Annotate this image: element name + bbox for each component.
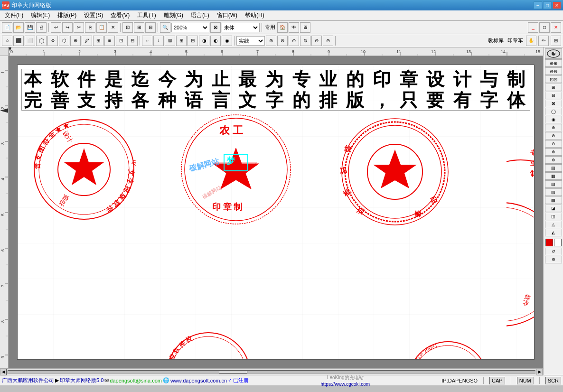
rp-btn15[interactable]: ▦ bbox=[545, 172, 562, 180]
menu-layout[interactable]: 排版(P) bbox=[54, 10, 80, 20]
tb2-btn10[interactable]: ≡ bbox=[104, 36, 115, 46]
tb2-btn18[interactable]: ◑ bbox=[199, 36, 209, 46]
save-button[interactable]: 💾 bbox=[25, 22, 35, 33]
zoom-select[interactable]: 200% 100% 150% 50% bbox=[171, 23, 209, 32]
line-style-select[interactable]: 实线 虚线 点线 bbox=[236, 36, 265, 46]
tb2-btn14[interactable]: ↕ bbox=[153, 36, 164, 46]
menu-view[interactable]: 查看(V) bbox=[107, 10, 133, 20]
tb2-btn13[interactable]: ↔ bbox=[142, 36, 152, 46]
rp-btn19[interactable]: ◪ bbox=[545, 205, 562, 212]
rp-settings[interactable]: ⚙ bbox=[545, 256, 562, 263]
rp-btn10[interactable]: ⊘ bbox=[545, 132, 562, 140]
house-btn[interactable]: 🏠 bbox=[277, 22, 288, 33]
tb2-btn2[interactable]: ⬛ bbox=[13, 36, 24, 46]
scroll-left-button[interactable]: ◀ bbox=[0, 369, 7, 375]
rp-btn16[interactable]: ▧ bbox=[545, 180, 562, 188]
canvas-area[interactable]: 本 软 件 是 迄 今 为 止 最 为 专 业 的 印 章 设 计 与 制 作 … bbox=[9, 56, 543, 368]
tb2-more3[interactable]: ⊙ bbox=[289, 36, 299, 46]
rp-btn20[interactable]: ◫ bbox=[545, 213, 562, 220]
rp-refresh[interactable]: ↺ bbox=[545, 248, 562, 255]
hand-btn[interactable]: ✋ bbox=[526, 36, 536, 46]
select-button[interactable]: ⊡ bbox=[122, 22, 133, 33]
rp-btn12[interactable]: ⊚ bbox=[545, 148, 562, 156]
rp-zoom-out[interactable]: ⊖⊖ bbox=[545, 67, 562, 75]
rp-btn7[interactable]: ◯ bbox=[545, 108, 562, 115]
zoom-btn[interactable]: 🔍 bbox=[160, 22, 170, 33]
tb2-btn20[interactable]: ◉ bbox=[222, 36, 232, 46]
close-button[interactable]: ✕ bbox=[553, 1, 561, 9]
rp-btn9[interactable]: ⊕ bbox=[545, 124, 562, 131]
tb2-btn3[interactable]: ⬜ bbox=[25, 36, 35, 46]
tb2-btn19[interactable]: ◐ bbox=[210, 36, 221, 46]
monitor-btn[interactable]: 🖥 bbox=[300, 22, 310, 33]
tb2-more6[interactable]: ⊝ bbox=[323, 36, 333, 46]
tb2-btn5[interactable]: ⚙ bbox=[47, 36, 58, 46]
zoom-exact-btn[interactable]: ⊠ bbox=[210, 22, 221, 33]
minimize-inner[interactable]: _ bbox=[528, 22, 538, 33]
tb2-btn12[interactable]: ⊟ bbox=[127, 36, 138, 46]
menu-language[interactable]: 语言(L) bbox=[187, 10, 213, 20]
tb2-btn7[interactable]: ⊕ bbox=[70, 36, 81, 46]
tb2-btn9[interactable]: ⊞ bbox=[93, 36, 103, 46]
rp-zoom-fit[interactable]: ⊡⊡ bbox=[545, 75, 562, 83]
rp-btn18[interactable]: ▩ bbox=[545, 196, 562, 204]
paste-button[interactable]: 📋 bbox=[96, 22, 107, 33]
rp-btn8[interactable]: ◉ bbox=[545, 116, 562, 123]
tb2-btn17[interactable]: ⊟ bbox=[188, 36, 198, 46]
new-button[interactable]: 📄 bbox=[2, 22, 12, 33]
print-button[interactable]: 🖨 bbox=[36, 22, 47, 33]
color-red-swatch[interactable] bbox=[545, 239, 553, 246]
scroll-right-button[interactable]: ▶ bbox=[536, 369, 543, 375]
tb2-btn16[interactable]: ⊞ bbox=[176, 36, 187, 46]
eye-btn[interactable]: 👁 bbox=[289, 22, 299, 33]
copy-button[interactable]: ⎘ bbox=[85, 22, 95, 33]
tb2-btn6[interactable]: ⬡ bbox=[59, 36, 69, 46]
scroll-track[interactable] bbox=[8, 370, 535, 374]
rp-btn13[interactable]: ⊛ bbox=[545, 156, 562, 164]
rp-btn22[interactable]: ◭ bbox=[545, 229, 562, 236]
select3-button[interactable]: ⊟ bbox=[145, 22, 156, 33]
rp-btn11[interactable]: ⊙ bbox=[545, 140, 562, 148]
restore-inner[interactable]: □ bbox=[539, 22, 550, 33]
pencil-btn[interactable]: ✏ bbox=[538, 36, 549, 46]
menu-edit[interactable]: 编辑(E) bbox=[27, 10, 54, 20]
menu-window[interactable]: 窗口(W) bbox=[213, 10, 241, 20]
undo-button[interactable]: ↩ bbox=[51, 22, 61, 33]
menu-engrave[interactable]: 雕刻(G) bbox=[160, 10, 187, 20]
stamp-cart-tab[interactable]: 印章车 bbox=[507, 37, 524, 44]
tb2-btn1[interactable]: ☆ bbox=[2, 36, 12, 46]
menu-settings[interactable]: 设置(S) bbox=[80, 10, 107, 20]
menu-help[interactable]: 帮助(H) bbox=[241, 10, 268, 20]
tb2-btn8[interactable]: 🖊 bbox=[82, 36, 92, 46]
minimize-button[interactable]: − bbox=[534, 1, 542, 9]
menu-tools[interactable]: 工具(T) bbox=[133, 10, 160, 20]
rp-btn14[interactable]: ▤ bbox=[545, 164, 562, 172]
redo-button[interactable]: ↪ bbox=[62, 22, 73, 33]
rp-btn5[interactable]: ⊟ bbox=[545, 92, 562, 99]
menu-file[interactable]: 文件(F) bbox=[1, 10, 27, 20]
maximize-button[interactable]: □ bbox=[543, 1, 552, 9]
color-white-swatch[interactable] bbox=[554, 239, 562, 246]
rp-btn17[interactable]: ▨ bbox=[545, 188, 562, 196]
tb2-more5[interactable]: ⊜ bbox=[311, 36, 322, 46]
tb2-more4[interactable]: ⊚ bbox=[300, 36, 310, 46]
select2-button[interactable]: ⊞ bbox=[134, 22, 144, 33]
scroll-thumb[interactable] bbox=[219, 371, 247, 373]
rp-btn6[interactable]: ⊠ bbox=[545, 100, 562, 107]
tb2-icon-last[interactable]: ⊞ bbox=[551, 36, 561, 46]
library-tab[interactable]: 教标库 bbox=[487, 37, 505, 44]
rp-btn4[interactable]: ⊞ bbox=[545, 84, 562, 91]
font-select[interactable]: 未体 bbox=[222, 23, 260, 32]
tb2-more1[interactable]: ⊛ bbox=[266, 36, 276, 46]
tb2-more2[interactable]: ⊘ bbox=[277, 36, 288, 46]
tb2-btn4[interactable]: ◯ bbox=[36, 36, 47, 46]
tb2-btn11[interactable]: ⊡ bbox=[116, 36, 126, 46]
tb2-btn15[interactable]: ⊠ bbox=[165, 36, 175, 46]
close-inner[interactable]: ✕ bbox=[551, 22, 561, 33]
horizontal-scrollbar[interactable]: ◀ ▶ bbox=[0, 368, 543, 375]
rp-zoom-in[interactable]: ⊕⊕ bbox=[545, 59, 562, 67]
cut-button[interactable]: ✂ bbox=[74, 22, 84, 33]
open-button[interactable]: 📂 bbox=[13, 22, 24, 33]
delete-button[interactable]: ✕ bbox=[108, 22, 118, 33]
rp-btn21[interactable]: ◬ bbox=[545, 221, 562, 228]
